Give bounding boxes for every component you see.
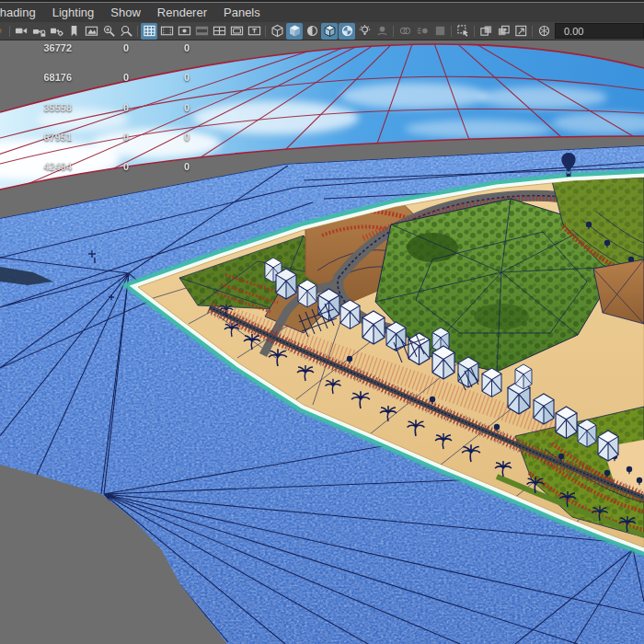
isolate-select-icon[interactable] bbox=[454, 23, 471, 40]
wireframe-icon[interactable] bbox=[269, 23, 285, 40]
grid-icon[interactable] bbox=[141, 23, 157, 40]
hardware-texturing-icon[interactable] bbox=[339, 23, 355, 40]
camera-attributes-icon[interactable] bbox=[48, 23, 64, 40]
viewport-canvas[interactable] bbox=[0, 40, 644, 644]
film-gate-icon[interactable] bbox=[158, 23, 175, 40]
menu-lighting[interactable]: Lighting bbox=[44, 3, 103, 22]
lock-camera-icon[interactable] bbox=[30, 23, 47, 40]
ssao-icon[interactable] bbox=[397, 23, 413, 40]
safe-action-icon[interactable] bbox=[228, 23, 245, 40]
panel-menu-bar: ShadingLightingShowRendererPanels bbox=[0, 3, 644, 22]
toolbar-separator bbox=[391, 25, 396, 38]
exposure-value-field[interactable]: 0.00 bbox=[555, 23, 644, 39]
lights-icon[interactable] bbox=[356, 23, 373, 40]
toolbar-separator bbox=[530, 25, 535, 38]
maya-panel: ShadingLightingShowRendererPanels 0.00 bbox=[0, 0, 644, 644]
toolbar-separator bbox=[263, 25, 268, 38]
menu-show[interactable]: Show bbox=[102, 3, 149, 22]
toolbar-separator bbox=[135, 25, 140, 38]
xray-joints-icon[interactable] bbox=[495, 23, 512, 40]
menu-panels[interactable]: Panels bbox=[215, 3, 269, 22]
bookmark-icon[interactable] bbox=[65, 23, 82, 40]
toolbar-separator bbox=[449, 25, 454, 38]
clipped-icon[interactable] bbox=[0, 23, 6, 40]
menu-renderer[interactable]: Renderer bbox=[149, 3, 215, 22]
xray-icon[interactable] bbox=[477, 23, 494, 40]
zoom-region-icon[interactable] bbox=[118, 23, 134, 40]
viewport[interactable]: 36772006817600355580067951004249400 bbox=[0, 40, 644, 644]
menu-shading[interactable]: Shading bbox=[0, 3, 44, 22]
pan-zoom-icon[interactable] bbox=[100, 23, 117, 40]
multisample-icon[interactable] bbox=[431, 23, 448, 40]
wireframe-on-shaded-icon[interactable] bbox=[321, 23, 338, 40]
shaded-icon[interactable] bbox=[286, 23, 303, 40]
shadows-icon[interactable] bbox=[374, 23, 390, 40]
safe-title-icon[interactable] bbox=[246, 23, 262, 40]
image-plane-icon[interactable] bbox=[83, 23, 99, 40]
toolbar-separator bbox=[7, 25, 12, 38]
motion-blur-icon[interactable] bbox=[414, 23, 431, 40]
toolbar-separator bbox=[472, 25, 477, 38]
plate-icon[interactable] bbox=[512, 23, 529, 40]
textured-icon[interactable] bbox=[304, 23, 320, 40]
select-camera-icon[interactable] bbox=[13, 23, 29, 40]
resolution-gate-icon[interactable] bbox=[176, 23, 192, 40]
panel-toolbar: 0.00 bbox=[0, 22, 644, 40]
exposure-icon[interactable] bbox=[535, 23, 552, 40]
gate-mask-icon[interactable] bbox=[193, 23, 210, 40]
field-chart-icon[interactable] bbox=[211, 23, 227, 40]
